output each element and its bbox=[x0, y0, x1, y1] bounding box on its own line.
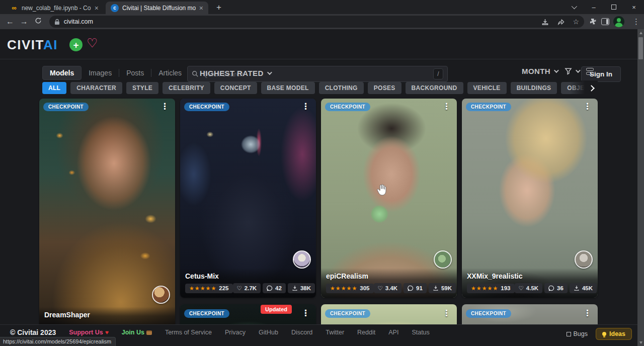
category-chips: ALL CHARACTER STYLE CELEBRITY CONCEPT BA… bbox=[42, 82, 596, 94]
card-menu-icon[interactable]: ⋮ bbox=[440, 103, 453, 110]
downloads-count: 45K bbox=[582, 285, 593, 291]
layout-toggle-icon[interactable] bbox=[586, 68, 594, 75]
browser-profile-avatar[interactable] bbox=[613, 16, 624, 27]
github-link[interactable]: GitHub bbox=[259, 329, 278, 336]
tab-images[interactable]: Images bbox=[82, 66, 119, 79]
tab-posts[interactable]: Posts bbox=[119, 66, 151, 79]
sort-label: HIGHEST RATED bbox=[200, 69, 264, 77]
checkpoint-badge: CHECKPOINT bbox=[184, 309, 229, 318]
favorites-heart-icon[interactable]: ♡ bbox=[87, 36, 98, 50]
chip-base-model[interactable]: BASE MODEL bbox=[261, 82, 315, 94]
creator-avatar[interactable] bbox=[575, 250, 593, 269]
upload-plus-button[interactable]: + bbox=[69, 38, 83, 51]
status-link[interactable]: Status bbox=[412, 329, 429, 336]
side-panel-icon[interactable] bbox=[601, 18, 609, 25]
bookmark-star-icon[interactable]: ☆ bbox=[573, 18, 579, 26]
chip-celebrity[interactable]: CELEBRITY bbox=[163, 82, 210, 94]
window-close-button[interactable]: × bbox=[624, 0, 644, 14]
support-us-link[interactable]: Support Us♥ bbox=[69, 329, 108, 336]
model-card-cetus-mix[interactable]: CHECKPOINT ⋮ Cetus-Mix ★★★★★225 ♡2.7K 42… bbox=[180, 99, 316, 298]
chip-character[interactable]: CHARACTER bbox=[70, 82, 122, 94]
creator-avatar[interactable] bbox=[152, 286, 170, 304]
terms-link[interactable]: Terms of Service bbox=[165, 329, 212, 336]
scroll-up-icon[interactable] bbox=[637, 29, 644, 36]
checkpoint-badge: CHECKPOINT bbox=[466, 309, 511, 318]
scrollbar-thumb[interactable] bbox=[638, 37, 643, 59]
share-icon[interactable] bbox=[557, 18, 565, 26]
browser-tab-colab[interactable]: ∞ new_colab_file.ipynb - Colaborat × bbox=[5, 2, 104, 14]
logo-civit-text: CIVIT bbox=[7, 37, 43, 52]
chip-style[interactable]: STYLE bbox=[126, 82, 158, 94]
filter-funnel-icon bbox=[565, 67, 572, 75]
period-dropdown[interactable]: MONTH bbox=[522, 67, 557, 75]
filter-dropdown[interactable] bbox=[565, 67, 579, 75]
page-scrollbar[interactable] bbox=[637, 29, 644, 346]
model-card-epicrealism[interactable]: CHECKPOINT ⋮ epiCRealism ★★★★★305 ♡3.4K … bbox=[321, 99, 457, 298]
downloads-pill: 38K bbox=[288, 283, 315, 293]
model-title: epiCRealism bbox=[326, 272, 452, 280]
model-card-xxmix[interactable]: CHECKPOINT ⋮ XXMix_9realistic ★★★★★193 ♡… bbox=[462, 99, 598, 298]
bugs-link[interactable]: Bugs bbox=[567, 330, 588, 337]
ideas-button[interactable]: Ideas bbox=[596, 328, 632, 340]
window-maximize-button[interactable] bbox=[604, 0, 624, 14]
sort-dropdown[interactable]: HIGHEST RATED bbox=[200, 69, 271, 77]
comments-pill: 91 bbox=[404, 283, 427, 293]
chip-vehicle[interactable]: VEHICLE bbox=[467, 82, 507, 94]
civitai-logo[interactable]: CIVITAI bbox=[7, 37, 58, 53]
tab-close-icon[interactable]: × bbox=[199, 5, 203, 12]
api-link[interactable]: API bbox=[388, 329, 398, 336]
creator-avatar[interactable] bbox=[293, 250, 311, 269]
civitai-favicon-icon: c bbox=[111, 4, 119, 12]
scroll-down-icon[interactable] bbox=[637, 339, 644, 346]
checkpoint-badge: CHECKPOINT bbox=[325, 103, 370, 111]
reddit-link[interactable]: Reddit bbox=[357, 329, 375, 336]
model-card-dreamshaper[interactable]: CHECKPOINT ⋮ DreamShaper bbox=[39, 99, 175, 330]
model-title: DreamShaper bbox=[44, 311, 170, 319]
card-menu-icon[interactable]: ⋮ bbox=[581, 103, 594, 110]
tab-models[interactable]: Models bbox=[42, 66, 82, 80]
forward-icon[interactable]: → bbox=[17, 17, 31, 26]
chip-buildings[interactable]: BUILDINGS bbox=[511, 82, 557, 94]
discord-link[interactable]: Discord bbox=[291, 329, 312, 336]
rating-count: 305 bbox=[360, 285, 369, 291]
window-minimize-button[interactable]: – bbox=[584, 0, 604, 14]
card-menu-icon[interactable]: ⋮ bbox=[158, 103, 171, 110]
feed-nav: Models Images Posts Articles HIGHEST RAT… bbox=[42, 66, 271, 80]
card-menu-icon[interactable]: ⋮ bbox=[299, 309, 312, 317]
card-menu-icon[interactable]: ⋮ bbox=[581, 309, 594, 317]
card-menu-icon[interactable]: ⋮ bbox=[299, 103, 312, 110]
card-menu-icon[interactable]: ⋮ bbox=[440, 309, 453, 317]
back-icon[interactable]: ← bbox=[3, 17, 17, 26]
creator-avatar[interactable] bbox=[434, 250, 452, 269]
extensions-puzzle-icon[interactable] bbox=[589, 18, 597, 26]
chip-concept[interactable]: CONCEPT bbox=[214, 82, 257, 94]
privacy-link[interactable]: Privacy bbox=[225, 329, 246, 336]
browser-tab-civitai[interactable]: c Civitai | Stable Diffusion models, × bbox=[106, 2, 208, 14]
chips-scroll-right[interactable] bbox=[570, 80, 598, 96]
downloads-count: 59K bbox=[441, 285, 452, 291]
address-bar[interactable]: civitai.com ☆ bbox=[49, 16, 584, 28]
heart-icon: ♥ bbox=[105, 329, 109, 336]
chip-all[interactable]: ALL bbox=[42, 82, 66, 94]
chip-poses[interactable]: POSES bbox=[368, 82, 401, 94]
download-icon[interactable] bbox=[541, 18, 549, 26]
toolbar-extensions-area: ⋮ bbox=[589, 16, 644, 27]
model-stats: ★★★★★193 ♡4.5K 36 45K bbox=[467, 283, 593, 293]
chip-clothing[interactable]: CLOTHING bbox=[319, 82, 364, 94]
chip-background[interactable]: BACKGROUND bbox=[406, 82, 463, 94]
twitter-link[interactable]: Twitter bbox=[326, 329, 344, 336]
comment-icon bbox=[408, 285, 414, 291]
join-us-label: Join Us bbox=[122, 329, 144, 336]
tab-search-icon[interactable] bbox=[564, 0, 584, 14]
reload-icon[interactable] bbox=[31, 17, 45, 26]
tab-close-icon[interactable]: × bbox=[95, 5, 99, 12]
join-us-link[interactable]: Join Us bbox=[122, 329, 152, 336]
period-label: MONTH bbox=[522, 67, 550, 75]
star-rating-icons: ★★★★★ bbox=[471, 285, 498, 292]
model-stats: ★★★★★225 ♡2.7K 42 38K bbox=[185, 283, 311, 293]
checkpoint-badge: CHECKPOINT bbox=[43, 103, 89, 111]
browser-menu-icon[interactable]: ⋮ bbox=[628, 17, 644, 26]
tab-articles[interactable]: Articles bbox=[151, 66, 189, 79]
star-rating-icons: ★★★★★ bbox=[330, 285, 357, 292]
new-tab-button[interactable]: + bbox=[213, 3, 224, 14]
